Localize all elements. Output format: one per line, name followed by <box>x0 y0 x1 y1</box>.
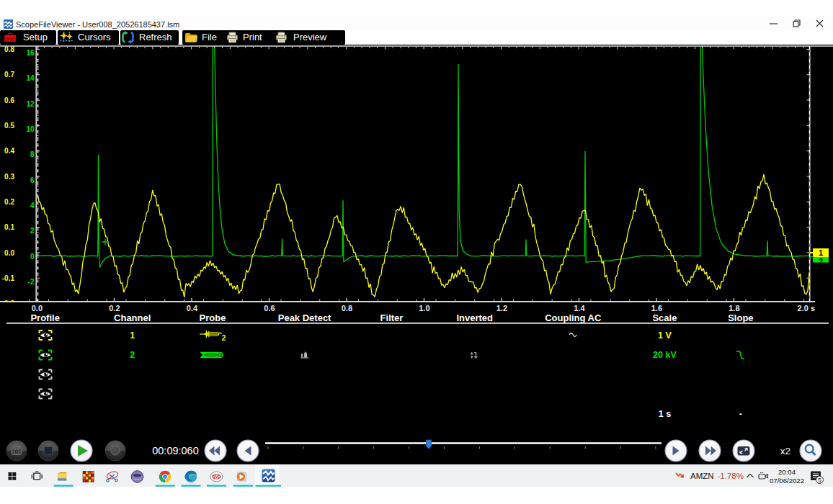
svg-text:Slope: Slope <box>728 312 753 323</box>
svg-text:2: 2 <box>30 227 35 235</box>
svg-text:8: 8 <box>30 150 35 158</box>
svg-text:DVD: DVD <box>213 474 221 479</box>
svg-text:0.2: 0.2 <box>109 304 120 312</box>
svg-text:1: 1 <box>130 330 135 341</box>
svg-text:0.6: 0.6 <box>264 304 275 312</box>
svg-text:0: 0 <box>30 253 35 261</box>
svg-text:0.8: 0.8 <box>342 304 352 312</box>
svg-text:0.2: 0.2 <box>4 198 14 206</box>
svg-text:Channel: Channel <box>114 312 151 323</box>
svg-text:0.3: 0.3 <box>4 173 14 181</box>
svg-text:x2: x2 <box>780 446 790 456</box>
svg-text:1.4: 1.4 <box>574 304 585 312</box>
svg-text:0.6: 0.6 <box>4 96 14 104</box>
svg-text:20:04: 20:04 <box>778 468 796 476</box>
svg-text:1.6: 1.6 <box>651 304 662 312</box>
svg-text:6: 6 <box>30 176 35 184</box>
svg-text:0.4: 0.4 <box>187 304 198 312</box>
svg-text:Probe: Probe <box>200 312 226 323</box>
svg-text:1.2: 1.2 <box>496 304 507 312</box>
svg-text:2.0 s: 2.0 s <box>798 304 815 312</box>
svg-text:-1.78%: -1.78% <box>718 472 744 480</box>
svg-text:2: 2 <box>222 334 226 342</box>
svg-text:Profile: Profile <box>30 312 59 323</box>
svg-text:10: 10 <box>26 125 35 133</box>
svg-text:Coupling AC: Coupling AC <box>545 312 602 323</box>
svg-text:16: 16 <box>26 49 35 57</box>
svg-text:5: 5 <box>818 477 821 484</box>
svg-text:1.8: 1.8 <box>729 304 739 312</box>
svg-text:Scale: Scale <box>652 312 677 323</box>
svg-text:0.0: 0.0 <box>32 304 43 312</box>
svg-text:0.5: 0.5 <box>4 122 14 130</box>
svg-text:AMZN: AMZN <box>690 472 714 480</box>
svg-text:0.4: 0.4 <box>4 147 14 155</box>
svg-text:Peak Detect: Peak Detect <box>278 312 331 323</box>
svg-text:1 s: 1 s <box>659 409 671 419</box>
svg-text:0.0: 0.0 <box>4 249 14 257</box>
svg-text:0.1: 0.1 <box>4 223 14 231</box>
svg-text:14: 14 <box>26 74 35 82</box>
svg-text:20 kV: 20 kV <box>653 350 677 360</box>
svg-text:1 V: 1 V <box>658 330 672 341</box>
svg-text:07/06/2022: 07/06/2022 <box>770 477 804 485</box>
svg-text:1: 1 <box>819 248 823 257</box>
svg-text:12: 12 <box>26 100 35 108</box>
svg-text:-0.1: -0.1 <box>2 274 15 282</box>
svg-text:2: 2 <box>130 350 135 360</box>
svg-text:Inverted: Inverted <box>456 312 493 323</box>
svg-text:-2: -2 <box>28 278 35 286</box>
svg-text:-: - <box>739 409 742 419</box>
svg-text:00:09:060: 00:09:060 <box>152 445 199 456</box>
svg-text:1.0: 1.0 <box>419 304 429 312</box>
svg-text:0.7: 0.7 <box>4 71 14 78</box>
svg-text:Filter: Filter <box>380 312 404 323</box>
svg-text:4: 4 <box>30 202 35 210</box>
